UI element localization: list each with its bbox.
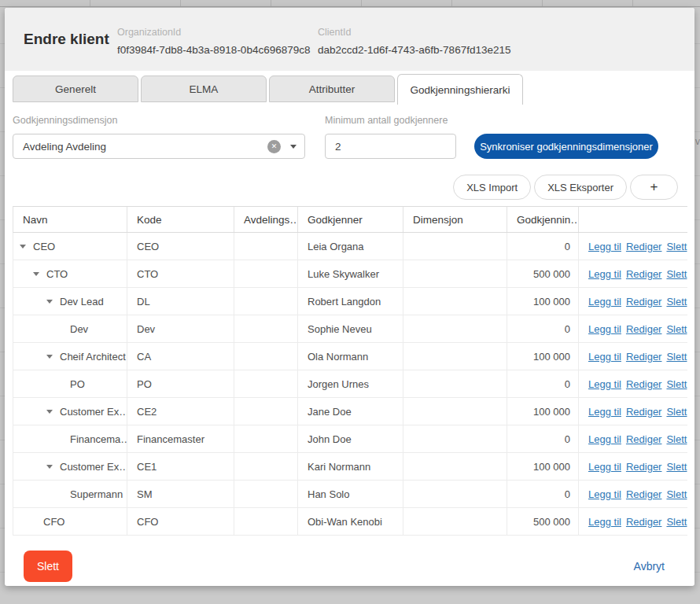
- row-actions: Legg tilRedigerSlett: [579, 315, 687, 342]
- add-child-link[interactable]: Legg til: [588, 241, 621, 252]
- xls-import-button[interactable]: XLS Import: [453, 175, 531, 200]
- chevron-down-icon[interactable]: [290, 145, 297, 149]
- add-child-link[interactable]: Legg til: [588, 488, 621, 500]
- add-child-link[interactable]: Legg til: [588, 296, 621, 308]
- dimension-select[interactable]: Avdeling Avdeling ✕: [13, 134, 305, 159]
- screen: v Endre klient OrganizationId f0f3984f-7…: [0, 0, 700, 604]
- cell-department: [234, 343, 298, 370]
- column-header[interactable]: Godkjennin…: [507, 207, 579, 232]
- tab-elma[interactable]: ELMA: [141, 76, 267, 102]
- cell-dimension: [403, 481, 507, 507]
- collapse-arrow-icon[interactable]: [20, 245, 26, 249]
- delete-link[interactable]: Slett: [666, 406, 687, 418]
- add-child-link[interactable]: Legg til: [588, 406, 621, 418]
- cell-dimension: [403, 233, 507, 260]
- edit-link[interactable]: Rediger: [626, 296, 662, 308]
- delete-link[interactable]: Slett: [666, 516, 687, 528]
- column-header[interactable]: [579, 207, 687, 232]
- tree-cell: Customer Ex…: [13, 398, 127, 425]
- add-child-link[interactable]: Legg til: [588, 351, 621, 363]
- row-actions: Legg tilRedigerSlett: [579, 481, 687, 507]
- add-child-link[interactable]: Legg til: [588, 378, 621, 390]
- tree-cell: Cheif Architect: [13, 343, 127, 370]
- delete-link[interactable]: Slett: [666, 241, 687, 252]
- cell-department: [234, 481, 298, 507]
- edit-link[interactable]: Rediger: [626, 461, 662, 473]
- edit-link[interactable]: Rediger: [626, 378, 662, 390]
- modal-header: Endre klient OrganizationId f0f3984f-7db…: [5, 8, 694, 71]
- delete-button[interactable]: Slett: [24, 551, 72, 582]
- delete-link[interactable]: Slett: [666, 378, 687, 390]
- edit-link[interactable]: Rediger: [626, 516, 662, 528]
- edit-link[interactable]: Rediger: [626, 488, 662, 500]
- delete-link[interactable]: Slett: [666, 323, 687, 335]
- cell-code: CE2: [127, 398, 234, 425]
- delete-link[interactable]: Slett: [666, 268, 687, 280]
- edit-link[interactable]: Rediger: [626, 433, 662, 445]
- tab-attributter[interactable]: Attributter: [269, 76, 395, 102]
- tree-cell: Customer Ex…: [13, 453, 127, 480]
- table-row: CFOCFOObi-Wan Kenobi500 000Legg tilRedig…: [13, 508, 687, 536]
- row-actions: Legg tilRedigerSlett: [579, 260, 687, 287]
- cell-approver: Jorgen Urnes: [298, 370, 403, 397]
- add-child-link[interactable]: Legg til: [588, 461, 621, 473]
- delete-link[interactable]: Slett: [666, 433, 687, 445]
- column-header[interactable]: Dimensjon: [403, 207, 507, 232]
- dimension-label: Godkjenningsdimensjon: [13, 115, 117, 126]
- node-name: CEO: [33, 241, 55, 252]
- min-approvers-input[interactable]: [325, 134, 456, 159]
- cell-approver: Sophie Neveu: [298, 315, 403, 342]
- edit-link[interactable]: Rediger: [626, 323, 662, 335]
- cell-code: CA: [127, 343, 234, 370]
- add-child-link[interactable]: Legg til: [588, 516, 621, 528]
- collapse-arrow-icon[interactable]: [46, 300, 53, 304]
- cell-dimension: [403, 508, 507, 535]
- organization-id-label: OrganizationId: [117, 27, 181, 38]
- cell-department: [234, 288, 298, 315]
- delete-link[interactable]: Slett: [666, 296, 687, 308]
- edit-link[interactable]: Rediger: [626, 268, 662, 280]
- column-header[interactable]: Kode: [127, 207, 234, 232]
- clear-icon[interactable]: ✕: [267, 140, 281, 153]
- tab-generelt[interactable]: Generelt: [13, 76, 138, 102]
- edit-link[interactable]: Rediger: [626, 241, 662, 252]
- delete-link[interactable]: Slett: [666, 351, 687, 363]
- cell-approver: Jane Doe: [298, 398, 403, 425]
- cell-department: [234, 508, 298, 535]
- add-child-link[interactable]: Legg til: [588, 268, 621, 280]
- sync-dimensions-button[interactable]: Synkroniser godkjenningsdimensjoner: [474, 134, 658, 159]
- cell-amount: 100 000: [507, 453, 579, 480]
- delete-link[interactable]: Slett: [666, 488, 687, 500]
- cell-approver: Ola Normann: [298, 343, 403, 370]
- row-actions: Legg tilRedigerSlett: [579, 398, 687, 425]
- edit-client-modal: Endre klient OrganizationId f0f3984f-7db…: [5, 8, 694, 586]
- add-row-button[interactable]: +: [630, 175, 678, 200]
- collapse-arrow-icon[interactable]: [46, 410, 53, 414]
- client-id-label: ClientId: [318, 27, 351, 38]
- node-name: Cheif Architect: [60, 351, 126, 363]
- table-row: Dev LeadDLRobert Langdon100 000Legg tilR…: [13, 288, 687, 315]
- add-child-link[interactable]: Legg til: [588, 433, 621, 445]
- collapse-arrow-icon[interactable]: [46, 355, 53, 359]
- edit-link[interactable]: Rediger: [626, 351, 662, 363]
- edit-link[interactable]: Rediger: [626, 406, 662, 418]
- xls-export-button[interactable]: XLS Eksporter: [534, 175, 627, 200]
- collapse-arrow-icon[interactable]: [33, 272, 39, 276]
- table-header-row: NavnKodeAvdelings…GodkjennerDimensjonGod…: [13, 206, 687, 233]
- cell-approver: Han Solo: [298, 481, 403, 507]
- collapse-arrow-icon[interactable]: [46, 465, 53, 469]
- cancel-link[interactable]: Avbryt: [634, 560, 665, 573]
- column-header[interactable]: Godkjenner: [298, 207, 403, 232]
- client-id-value: dab2ccd2-1d6f-4743-a6fb-7867fd13e215: [318, 44, 510, 56]
- node-name: Customer Ex…: [60, 406, 127, 418]
- tree-cell: Dev Lead: [13, 288, 127, 315]
- add-child-link[interactable]: Legg til: [588, 323, 621, 335]
- tab-godkjenningshierarki[interactable]: Godkjenningshierarki: [397, 74, 523, 105]
- delete-link[interactable]: Slett: [666, 461, 687, 473]
- column-header[interactable]: Navn: [13, 207, 127, 232]
- column-header[interactable]: Avdelings…: [234, 207, 298, 232]
- tree-cell: Financema…: [13, 425, 127, 452]
- node-name: CTO: [46, 268, 68, 280]
- cell-department: [234, 233, 298, 260]
- tab-bar: GenereltELMAAttributterGodkjenningshiera…: [13, 74, 523, 105]
